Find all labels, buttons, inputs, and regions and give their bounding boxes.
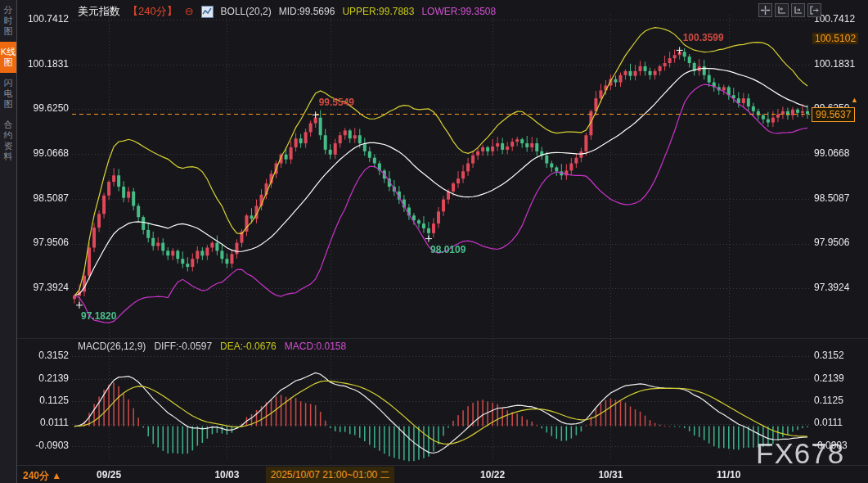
boll-upper-value: UPPER:99.7883 bbox=[342, 6, 414, 17]
exit-chart-icon[interactable] bbox=[807, 3, 821, 17]
price-axis-label: 100.7412 bbox=[16, 13, 69, 25]
sidebar-tab-kline[interactable]: K线图 bbox=[0, 42, 16, 73]
price-axis-label: 97.3924 bbox=[16, 282, 69, 293]
macd-axis-label: 0.3152 bbox=[814, 350, 844, 361]
high-annotation: 100.3599 bbox=[683, 32, 724, 43]
macd-axis-label: 0.1125 bbox=[16, 395, 69, 406]
chart-header: 美元指数 【240分】 ⊖ BOLL(20,2) MID:99.5696 UPP… bbox=[78, 4, 496, 19]
chart-toolbar bbox=[758, 3, 821, 17]
sidebar-tab-timeline[interactable]: 分时图 bbox=[0, 0, 16, 42]
chart-canvas[interactable] bbox=[0, 0, 868, 483]
symbol-name: 美元指数 bbox=[78, 4, 120, 19]
price-axis-label: 100.1831 bbox=[814, 58, 855, 70]
macd-title: MACD(26,12,9) bbox=[78, 341, 146, 352]
macd-axis-label: -0.0903 bbox=[814, 440, 848, 451]
price-axis-label: 100.1831 bbox=[16, 58, 69, 70]
date-tick: 11/10 bbox=[717, 469, 740, 481]
boll-label: BOLL(20,2) bbox=[221, 6, 272, 17]
period-label[interactable]: 【240分】 bbox=[128, 4, 178, 19]
date-tick: 10/22 bbox=[480, 469, 505, 481]
macd-axis-label: 0.3152 bbox=[16, 350, 69, 361]
crosshair-date-badge: 2025/10/07 21:00~01:00 二 bbox=[266, 467, 395, 483]
scale-right-icon[interactable] bbox=[791, 3, 805, 17]
pane-divider bbox=[16, 338, 868, 339]
crosshair-icon[interactable] bbox=[758, 3, 772, 17]
period-selector[interactable]: 240分 ▲ bbox=[23, 469, 61, 483]
time-axis-bar: 240分 ▲ 09/25 10/03 10/22 10/31 11/10 202… bbox=[16, 465, 868, 483]
macd-axis-label: 0.0111 bbox=[814, 417, 843, 428]
latest-price-arrow-icon[interactable]: ▲ bbox=[851, 96, 858, 104]
macd-axis-label: 0.2139 bbox=[16, 372, 69, 384]
price-axis-label: 99.6250 bbox=[16, 102, 69, 114]
session-high-marker: 100.5102 bbox=[812, 33, 858, 44]
macd-hist-value: MACD:0.0158 bbox=[285, 341, 346, 352]
boll-mid-value: MID:99.5696 bbox=[279, 6, 335, 17]
sidebar-tab-lightning[interactable]: 闪电图 bbox=[0, 73, 16, 115]
macd-axis-label: 0.2139 bbox=[814, 372, 844, 384]
price-axis-label: 97.9506 bbox=[16, 237, 69, 248]
boll-lower-value: LOWER:99.3508 bbox=[421, 6, 496, 17]
price-axis-label: 97.3924 bbox=[814, 282, 849, 293]
macd-diff-value: DIFF:-0.0597 bbox=[154, 341, 212, 352]
sidebar: 分时图 K线图 闪电图 合约资料 bbox=[0, 0, 17, 483]
low-annotation: 97.1820 bbox=[81, 310, 116, 322]
sidebar-tab-contract-info[interactable]: 合约资料 bbox=[0, 115, 16, 167]
price-axis-label: 98.5087 bbox=[16, 192, 69, 204]
macd-axis-label: 0.0111 bbox=[16, 417, 69, 428]
macd-header: MACD(26,12,9) DIFF:-0.0597 DEA:-0.0676 M… bbox=[78, 341, 346, 352]
high-annotation: 99.5549 bbox=[319, 97, 354, 108]
macd-axis-label: 0.1125 bbox=[814, 395, 843, 406]
indicator-chart-icon[interactable] bbox=[201, 6, 214, 18]
low-annotation: 98.0109 bbox=[430, 244, 465, 255]
price-axis-label: 99.0668 bbox=[16, 147, 69, 159]
price-axis-label: 98.5087 bbox=[814, 192, 849, 204]
macd-dea-value: DEA:-0.0676 bbox=[220, 341, 277, 352]
macd-axis-label: -0.0903 bbox=[16, 440, 69, 451]
remove-indicator-icon[interactable]: ⊖ bbox=[185, 7, 194, 16]
date-tick: 09/25 bbox=[97, 469, 121, 481]
scale-left-icon[interactable] bbox=[775, 3, 789, 17]
date-tick: 10/03 bbox=[214, 469, 239, 481]
date-tick: 10/31 bbox=[598, 469, 623, 481]
price-axis-label: 99.0668 bbox=[814, 147, 849, 159]
current-price-badge: 99.5637 bbox=[812, 107, 855, 122]
kline-chart-window: 分时图 K线图 闪电图 合约资料 美元指数 【240分】 ⊖ BOLL(20,2… bbox=[0, 0, 868, 483]
price-axis-label: 97.9506 bbox=[814, 237, 849, 248]
